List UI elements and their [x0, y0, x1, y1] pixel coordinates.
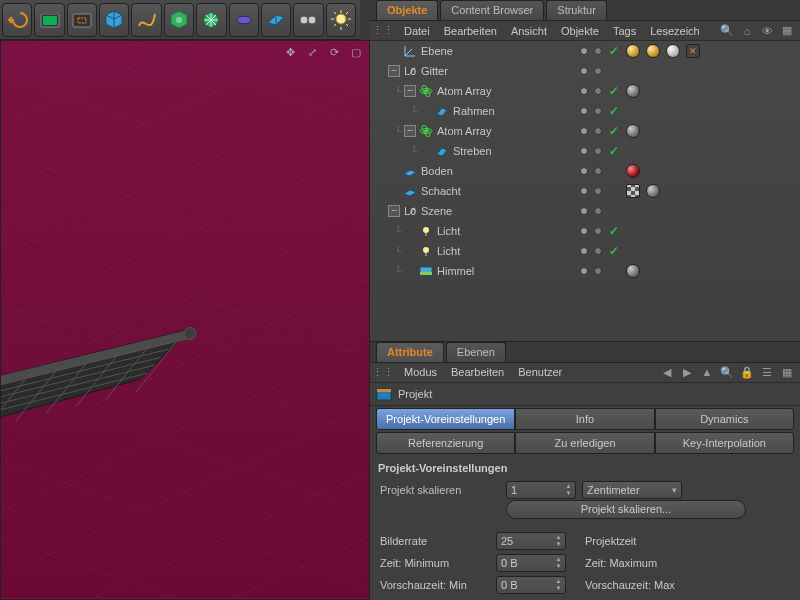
expand-icon[interactable]: ▦ [780, 24, 794, 38]
attr-tab-button[interactable]: Info [515, 408, 654, 430]
visibility-dot-render[interactable] [594, 147, 602, 155]
attr-tab-button[interactable]: Referenzierung [376, 432, 515, 454]
visibility-dot-editor[interactable] [580, 67, 588, 75]
visibility-dot-render[interactable] [594, 127, 602, 135]
up-icon[interactable]: ▲ [700, 365, 714, 379]
enable-check[interactable]: ✓ [608, 244, 620, 258]
render-button[interactable] [34, 3, 64, 37]
search-icon[interactable]: 🔍 [720, 365, 734, 379]
expand-toggle[interactable]: – [404, 85, 416, 97]
object-label[interactable]: Schacht [421, 185, 521, 197]
obj-menu-tags[interactable]: Tags [613, 25, 636, 37]
visibility-dot-editor[interactable] [580, 207, 588, 215]
expand-toggle[interactable]: – [388, 65, 400, 77]
tree-row[interactable]: –L0̸Szene [370, 201, 800, 221]
effector-button[interactable] [196, 3, 226, 37]
tag-sphere-grey[interactable] [626, 124, 640, 138]
back-icon[interactable]: ◀ [660, 365, 674, 379]
viewport-rotate-icon[interactable]: ⟳ [327, 45, 341, 59]
obj-menu-ansicht[interactable]: Ansicht [511, 25, 547, 37]
object-label[interactable]: Rahmen [453, 105, 553, 117]
tree-row[interactable]: └Streben✓ [370, 141, 800, 161]
object-label[interactable]: Licht [437, 225, 537, 237]
scale-button[interactable]: Projekt skalieren... [506, 500, 746, 519]
visibility-dot-editor[interactable] [580, 247, 588, 255]
tag-smallx[interactable]: ✕ [686, 44, 700, 58]
tag-sphere-grey[interactable] [626, 84, 640, 98]
lock-icon[interactable]: 🔒 [740, 365, 754, 379]
visibility-dot-render[interactable] [594, 247, 602, 255]
tree-row[interactable]: └Rahmen✓ [370, 101, 800, 121]
visibility-dot-editor[interactable] [580, 227, 588, 235]
object-label[interactable]: Szene [421, 205, 521, 217]
obj-menu-bearbeiten[interactable]: Bearbeiten [444, 25, 497, 37]
render-region-button[interactable] [67, 3, 97, 37]
camera-button[interactable] [293, 3, 323, 37]
obj-menu-datei[interactable]: Datei [404, 25, 430, 37]
visibility-dot-editor[interactable] [580, 167, 588, 175]
scale-unit-dropdown[interactable]: Zentimeter [582, 481, 682, 499]
tag-sphere-gold[interactable] [646, 44, 660, 58]
visibility-dot-editor[interactable] [580, 127, 588, 135]
object-label[interactable]: Streben [453, 145, 553, 157]
visibility-dot-render[interactable] [594, 227, 602, 235]
cube-button[interactable] [99, 3, 129, 37]
attr-tab-1[interactable]: Ebenen [446, 342, 506, 362]
attr-menu-bearbeiten[interactable]: Bearbeiten [451, 366, 504, 378]
tree-row[interactable]: –L0̸Gitter [370, 61, 800, 81]
plane-button[interactable] [261, 3, 291, 37]
object-tab-2[interactable]: Struktur [546, 0, 607, 20]
field-input[interactable]: 25▲▼ [496, 532, 566, 550]
array-button[interactable] [164, 3, 194, 37]
tree-row[interactable]: └Licht✓ [370, 221, 800, 241]
tree-row[interactable]: Schacht [370, 181, 800, 201]
spline-button[interactable] [131, 3, 161, 37]
visibility-dot-render[interactable] [594, 47, 602, 55]
attr-menu-modus[interactable]: Modus [404, 366, 437, 378]
eye-icon[interactable]: 👁 [760, 24, 774, 38]
object-label[interactable]: Licht [437, 245, 537, 257]
attr-tab-0[interactable]: Attribute [376, 342, 444, 362]
object-label[interactable]: Himmel [437, 265, 537, 277]
viewport[interactable]: ✥ ⤢ ⟳ ▢ [0, 40, 370, 600]
menu-grip-icon[interactable]: ⋮⋮ [376, 365, 390, 379]
visibility-dot-editor[interactable] [580, 187, 588, 195]
expand-toggle[interactable]: – [388, 205, 400, 217]
forward-icon[interactable]: ▶ [680, 365, 694, 379]
tree-row[interactable]: └Licht✓ [370, 241, 800, 261]
tag-sphere-white[interactable] [666, 44, 680, 58]
light-button[interactable] [326, 3, 356, 37]
viewport-move-icon[interactable]: ✥ [283, 45, 297, 59]
enable-check[interactable]: ✓ [608, 224, 620, 238]
object-label[interactable]: Gitter [421, 65, 521, 77]
object-tab-0[interactable]: Objekte [376, 0, 438, 20]
attr-tab-button[interactable]: Projekt-Voreinstellungen [376, 408, 515, 430]
tag-sphere-grey[interactable] [626, 264, 640, 278]
deformer-button[interactable] [229, 3, 259, 37]
search-icon[interactable]: 🔍 [720, 24, 734, 38]
attr-tab-button[interactable]: Key-Interpolation [655, 432, 794, 454]
visibility-dot-render[interactable] [594, 87, 602, 95]
obj-menu-objekte[interactable]: Objekte [561, 25, 599, 37]
enable-check[interactable]: ✓ [608, 124, 620, 138]
visibility-dot-render[interactable] [594, 167, 602, 175]
new-icon[interactable]: ☰ [760, 365, 774, 379]
visibility-dot-editor[interactable] [580, 47, 588, 55]
tag-checker[interactable] [626, 184, 640, 198]
visibility-dot-render[interactable] [594, 187, 602, 195]
visibility-dot-editor[interactable] [580, 147, 588, 155]
menu-grip-icon[interactable]: ⋮⋮ [376, 24, 390, 38]
object-label[interactable]: Ebene [421, 45, 521, 57]
enable-check[interactable]: ✓ [608, 84, 620, 98]
tree-row[interactable]: └–Atom Array✓ [370, 121, 800, 141]
visibility-dot-render[interactable] [594, 207, 602, 215]
enable-check[interactable]: ✓ [608, 104, 620, 118]
visibility-dot-editor[interactable] [580, 107, 588, 115]
home-icon[interactable]: ⌂ [740, 24, 754, 38]
attr-tab-button[interactable]: Dynamics [655, 408, 794, 430]
visibility-dot-render[interactable] [594, 67, 602, 75]
attr-tab-button[interactable]: Zu erledigen [515, 432, 654, 454]
expand-icon[interactable]: ▦ [780, 365, 794, 379]
viewport-frame-icon[interactable]: ▢ [349, 45, 363, 59]
tree-row[interactable]: └–Atom Array✓ [370, 81, 800, 101]
